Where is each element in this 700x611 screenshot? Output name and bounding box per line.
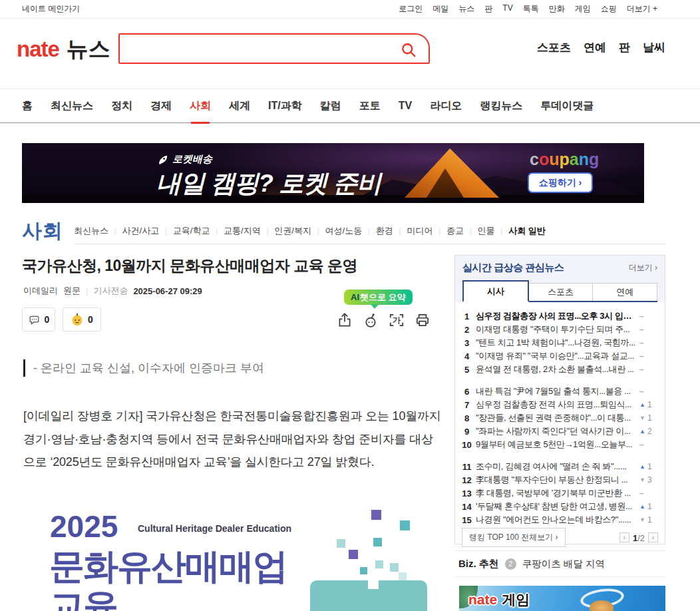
article-source-original-link[interactable]: 원문 [63, 285, 81, 297]
ranking-item[interactable]: 3"텐트 치고 1박 체험이냐"...나경원, 국힘까...– [458, 336, 659, 349]
link[interactable]: 메일 [433, 3, 448, 15]
subnav-item[interactable]: 인권/복지 [274, 225, 311, 237]
news-section-logo[interactable]: 뉴스 [67, 37, 110, 61]
font-size-icon[interactable]: 가 [388, 311, 405, 329]
reaction-count-button[interactable]: 0 [63, 307, 101, 331]
pager-next-button[interactable]: › [648, 532, 658, 542]
ad-banner[interactable]: 로켓배송 내일 캠핑? 로켓 준비 coupang 쇼핑하기 › [22, 143, 644, 203]
ranking-item[interactable]: 13李 대통령, 국방부에 '경기북부 미군반환 ...– [458, 487, 659, 500]
subnav-item[interactable]: 교육/학교 [173, 225, 210, 237]
rank-change: – [639, 440, 659, 449]
ranking-item[interactable]: 7심우정 검찰총장 전격 사의 표명...퇴임식...▲1 [458, 398, 659, 411]
link[interactable]: 판 [619, 40, 630, 55]
nav-item[interactable]: 경제 [150, 89, 172, 123]
biz-recommendation: Biz. 추천 2 쿠팡이츠 배달 지역 [454, 550, 665, 577]
link[interactable]: 만화 [549, 3, 565, 15]
search-icon[interactable] [399, 41, 418, 59]
ranking-top100-button[interactable]: 랭킹 TOP 100 전체보기 › [462, 528, 566, 547]
subnav-item[interactable]: 최신뉴스 [74, 225, 108, 237]
link[interactable]: 더보기 + [627, 3, 657, 15]
rank-change: ▲1 [639, 502, 659, 511]
ranking-item[interactable]: 109월부터 예금보호 5천만→1억원...오늘부...– [458, 438, 659, 451]
ranking-item[interactable]: 14'두달째 혼수상태' 참변 당한 여고생, 병원...▲1 [458, 500, 659, 513]
rank-same-icon: – [639, 387, 644, 396]
rank-number: 15 [458, 515, 476, 525]
ranking-item[interactable]: 8"장관들, 선출된 권력 존중해야"...이 대통...▼1 [458, 411, 659, 425]
ranking-item[interactable]: 2이재명 대통령 "주택이 투기수단 되며 주...– [458, 323, 659, 336]
nav-item[interactable]: 사회 [190, 89, 211, 123]
article-source[interactable]: 이데일리 [23, 285, 58, 297]
ranking-item[interactable]: 11조수미, 김혜경 여사에 "떨려 손 줘 봐"......▲1 [458, 460, 659, 473]
ranking-item[interactable]: 4"이재명 유죄" "국부 이승만"...교육과 설교...– [458, 349, 659, 363]
widget-more-link[interactable]: 더보기 › [629, 262, 657, 274]
search-input[interactable] [120, 35, 429, 63]
rank-number: 13 [458, 489, 476, 499]
subnav-separator: | [368, 228, 370, 235]
link[interactable]: 연예 [584, 40, 606, 55]
ranking-item[interactable]: 15나경원 "에어컨도 안나오는데 바캉스?"......▼1 [458, 513, 659, 526]
site-logo[interactable]: nate뉴스 [17, 35, 110, 65]
share-icon[interactable] [336, 311, 353, 329]
subnav-item[interactable]: 미디어 [407, 225, 433, 237]
nav-item[interactable]: IT/과학 [268, 89, 302, 123]
nav-item[interactable]: 정치 [111, 89, 132, 123]
topbar-links: 로그인메일뉴스판TV톡톡만화게임쇼핑더보기 + [399, 3, 657, 15]
rank-up-icon: ▲ [639, 463, 645, 470]
widget-header: 실시간 급상승 관심뉴스 더보기 › 시사스포츠연예 [455, 256, 665, 302]
section-divider [74, 244, 665, 244]
comment-count-button[interactable]: 0 [22, 307, 55, 331]
subnav-item[interactable]: 사회 일반 [508, 225, 546, 237]
ranking-item[interactable]: 6내란 특검 "尹에 7월5일 출석 통지...불응 ...– [458, 385, 659, 398]
link[interactable]: 게임 [575, 3, 591, 15]
section-title[interactable]: 사회 [22, 218, 63, 245]
nav-item[interactable]: 최신뉴스 [51, 89, 93, 123]
link[interactable]: 뉴스 [458, 3, 474, 15]
ranking-item[interactable]: 12李대통령 "투자수단이 부동산 한정되니 ...▼3 [458, 473, 659, 487]
nav-item[interactable]: 투데이댓글 [540, 89, 594, 123]
sidebar-tab[interactable]: 시사 [462, 280, 529, 302]
ranking-title: 李대통령 "투자수단이 부동산 한정되니 ... [476, 474, 639, 486]
subnav-item[interactable]: 종교 [446, 225, 464, 237]
nav-item[interactable]: 포토 [359, 89, 381, 123]
link[interactable]: 날씨 [643, 40, 665, 55]
rank-change: – [639, 387, 659, 396]
print-icon[interactable] [414, 311, 431, 329]
rocket-delivery-badge: 로켓배송 [158, 153, 212, 166]
rank-number: 3 [458, 338, 476, 348]
sidebar-tab[interactable]: 스포츠 [528, 283, 594, 301]
subnav-item[interactable]: 여성/노동 [325, 225, 363, 237]
sidebar-tab[interactable]: 연예 [592, 283, 657, 301]
poster-mosaic-square [375, 560, 383, 568]
nav-item[interactable]: TV [399, 89, 412, 123]
link[interactable]: 톡톡 [523, 3, 539, 15]
nav-item[interactable]: 칼럼 [320, 89, 341, 123]
subnav-item[interactable]: 인물 [478, 225, 495, 237]
subnav-item[interactable]: 사건/사고 [122, 225, 160, 237]
nav-item[interactable]: 라디오 [430, 89, 462, 123]
ranking-item[interactable]: 9"좌파는 사람까지 죽인다"던 역사기관 이...▲2 [458, 425, 659, 438]
nate-logo[interactable]: nate [17, 37, 59, 61]
ranking-item[interactable]: 1심우정 검찰총장 사의 표명...오후 3시 입장 발표– [458, 309, 659, 323]
link[interactable]: 판 [484, 3, 492, 15]
ai-tooltip-pointer [371, 304, 379, 309]
topbar-home-link[interactable]: 네이트 메인가기 [22, 3, 80, 15]
poster-mosaic-square [349, 550, 358, 559]
link[interactable]: 스포츠 [537, 40, 571, 55]
ranking-item[interactable]: 5윤석열 전 대통령, 2차 소환 불출석...내란 ...– [458, 363, 659, 376]
article-body: [이데일리 장병호 기자] 국가유산청은 한국전통미술융합진흥원과 오는 10월… [23, 405, 441, 474]
link[interactable]: TV [502, 3, 512, 15]
nav-item[interactable]: 세계 [229, 89, 250, 123]
pager-prev-button[interactable]: ‹ [619, 532, 629, 542]
subnav-item[interactable]: 환경 [376, 225, 393, 237]
poster-mosaic-square [390, 563, 399, 572]
biz-link[interactable]: 쿠팡이츠 배달 지역 [522, 558, 605, 570]
link[interactable]: 로그인 [399, 3, 423, 15]
ai-chat-robot-icon[interactable] [362, 311, 379, 329]
shopping-cta-button[interactable]: 쇼핑하기 › [528, 172, 593, 193]
nav-item[interactable]: 랭킹뉴스 [480, 89, 522, 123]
ai-summary-tooltip[interactable]: AI 챗으로 요약 [344, 290, 413, 305]
link[interactable]: 쇼핑 [601, 3, 617, 15]
nate-game-banner[interactable]: nate 게임 [459, 586, 665, 611]
nav-item[interactable]: 홈 [22, 89, 33, 123]
subnav-item[interactable]: 교통/지역 [224, 225, 261, 237]
